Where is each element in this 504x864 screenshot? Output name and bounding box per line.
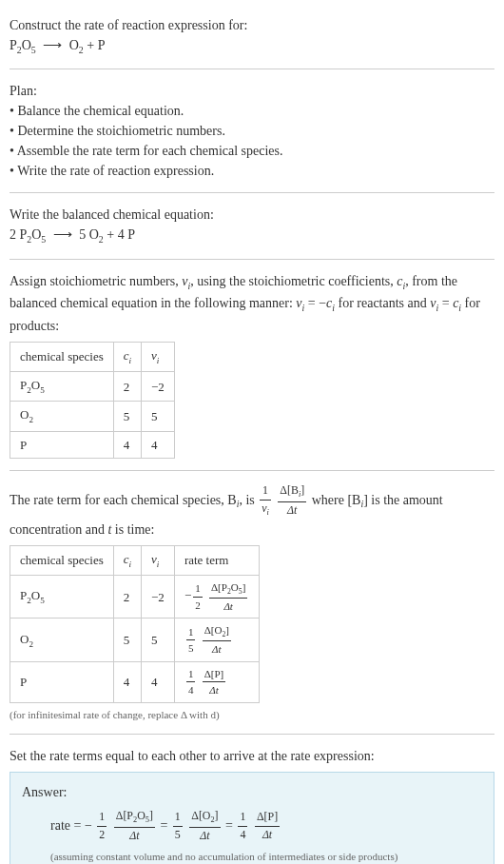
header-rate: rate term [174,545,259,575]
ci-cell: 2 [113,576,141,619]
rate-term-section: The rate term for each chemical species,… [10,475,494,730]
nui-cell: 4 [142,661,175,702]
balanced-section: Write the balanced chemical equation: 2 … [10,197,494,254]
species-cell: P [10,661,114,702]
rate-cell: 15 Δ[O2]Δt [174,619,259,661]
final-section: Set the rate terms equal to each other t… [10,738,494,864]
ci-cell: 5 [113,619,141,661]
stoich-section: Assign stoichiometric numbers, νi, using… [10,264,494,466]
nui-cell: 4 [142,431,175,459]
table-row: O2 5 5 15 Δ[O2]Δt [10,619,260,661]
reaction-arrow-icon: ⟶ [53,225,72,245]
plan-label: Plan: [10,81,494,101]
final-label: Set the rate terms equal to each other t… [10,746,494,766]
header-nui: νi [142,342,175,371]
ci-cell: 4 [113,431,141,459]
nui-cell: −2 [142,576,175,619]
table-row: P2O5 2 −2 −12 Δ[P2O5]Δt [10,576,260,619]
problem-header: Construct the rate of reaction expressio… [10,8,494,65]
species-cell: O2 [10,619,114,661]
ci-cell: 5 [113,402,141,431]
table-row: O2 5 5 [10,402,175,431]
plan-item: Determine the stoichiometric numbers. [10,121,494,141]
species-cell: P2O5 [10,372,114,402]
rate-term-description: The rate term for each chemical species,… [10,482,494,540]
infinitesimal-note: (for infinitesimal rate of change, repla… [10,707,494,723]
rate-expression: rate = − 12 Δ[P2O5]Δt = 15 Δ[O2]Δt = 14 … [22,808,482,845]
species-cell: P2O5 [10,576,114,619]
divider [10,470,494,471]
answer-note: (assuming constant volume and no accumul… [22,849,482,864]
divider [10,734,494,735]
header-species: chemical species [10,342,114,371]
stoich-description: Assign stoichiometric numbers, νi, using… [10,271,494,336]
table-row: P 4 4 14 Δ[P]Δt [10,661,260,702]
rate-cell: −12 Δ[P2O5]Δt [174,576,259,619]
nui-cell: 5 [142,619,175,661]
fraction: Δ[Bi]Δt [278,482,306,520]
stoich-table: chemical species ci νi P2O5 2 −2 O2 5 5 … [10,342,175,459]
plan-item: Write the rate of reaction expression. [10,161,494,181]
problem-title: Construct the rate of reaction expressio… [10,15,494,35]
header-species: chemical species [10,545,114,575]
table-header-row: chemical species ci νi rate term [10,545,260,575]
ci-cell: 4 [113,661,141,702]
table-header-row: chemical species ci νi [10,342,175,371]
plan-item: Balance the chemical equation. [10,101,494,121]
balanced-label: Write the balanced chemical equation: [10,205,494,225]
divider [10,259,494,260]
species-cell: P [10,431,114,459]
nui-cell: −2 [142,372,175,402]
table-row: P 4 4 [10,431,175,459]
plan-list: Balance the chemical equation. Determine… [10,101,494,181]
rate-cell: 14 Δ[P]Δt [174,661,259,702]
header-ci: ci [113,342,141,371]
table-row: P2O5 2 −2 [10,372,175,402]
plan-section: Plan: Balance the chemical equation. Det… [10,73,494,188]
rate-table: chemical species ci νi rate term P2O5 2 … [10,545,260,703]
divider [10,69,494,69]
answer-label: Answer: [22,782,482,802]
reaction-arrow-icon: ⟶ [43,35,62,55]
fraction: 1νi [260,482,271,520]
unbalanced-equation: P2O5 ⟶ O2 + P [10,35,494,57]
plan-item: Assemble the rate term for each chemical… [10,141,494,161]
species-cell: O2 [10,402,114,431]
nui-cell: 5 [142,402,175,431]
divider [10,192,494,193]
reactant: P2O5 [10,38,36,52]
answer-box: Answer: rate = − 12 Δ[P2O5]Δt = 15 Δ[O2]… [10,772,494,864]
products: O2 + P [69,38,106,52]
header-nui: νi [142,545,175,575]
header-ci: ci [113,545,141,575]
balanced-equation: 2 P2O5 ⟶ 5 O2 + 4 P [10,225,494,246]
ci-cell: 2 [113,372,141,402]
